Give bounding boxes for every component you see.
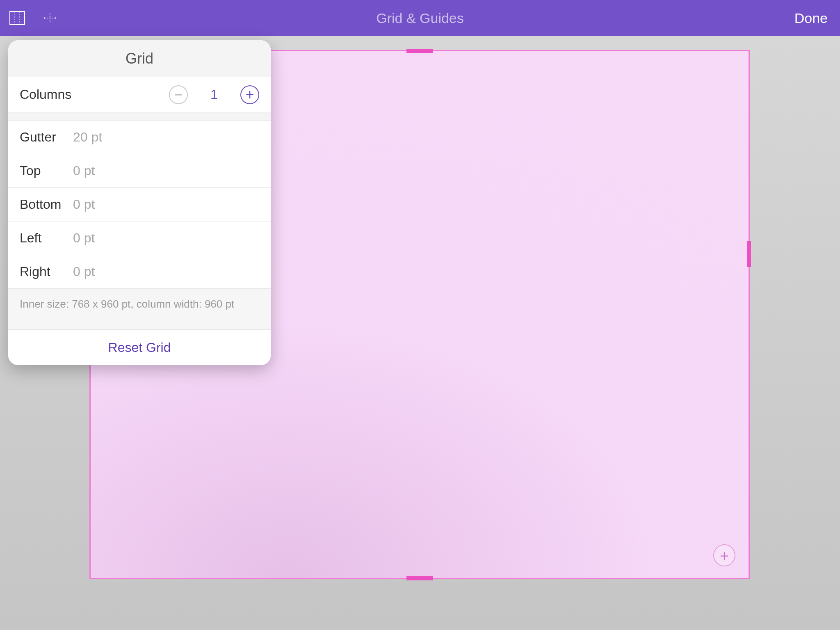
top-label: Top [20, 163, 73, 178]
columns-increment-button[interactable]: + [240, 85, 259, 104]
grid-tool-icon[interactable] [8, 9, 26, 27]
plus-icon: ＋ [717, 546, 732, 566]
toolbar-title: Grid & Guides [376, 10, 464, 26]
reset-grid-button[interactable]: Reset Grid [8, 330, 271, 365]
right-margin-handle[interactable] [747, 241, 751, 267]
top-row[interactable]: Top 0 pt [8, 154, 271, 188]
add-button[interactable]: ＋ [713, 544, 735, 566]
svg-rect-0 [10, 11, 25, 25]
right-label: Right [20, 264, 73, 279]
right-value: 0 pt [73, 264, 95, 279]
bottom-row[interactable]: Bottom 0 pt [8, 188, 271, 221]
left-row[interactable]: Left 0 pt [8, 221, 271, 255]
top-value: 0 pt [73, 163, 95, 178]
toolbar-left [8, 9, 59, 27]
done-button[interactable]: Done [794, 10, 828, 26]
minus-icon: − [174, 87, 183, 102]
plus-icon: + [245, 87, 254, 102]
top-margin-handle[interactable] [406, 49, 433, 53]
columns-value: 1 [209, 87, 219, 102]
grid-info-text: Inner size: 768 x 960 pt, column width: … [8, 289, 271, 330]
columns-row: Columns − 1 + [8, 77, 271, 112]
grid-popover: Grid Columns − 1 + Gutter 20 pt Top 0 pt… [8, 40, 271, 365]
gutter-label: Gutter [20, 130, 73, 145]
guides-tool-icon[interactable] [41, 9, 59, 27]
toolbar: Grid & Guides Done [0, 0, 840, 36]
columns-stepper: − 1 + [169, 85, 259, 104]
gutter-row[interactable]: Gutter 20 pt [8, 121, 271, 154]
section-divider [8, 112, 271, 121]
left-label: Left [20, 231, 73, 246]
right-row[interactable]: Right 0 pt [8, 255, 271, 289]
left-value: 0 pt [73, 231, 95, 246]
columns-label: Columns [20, 87, 169, 102]
bottom-label: Bottom [20, 197, 73, 212]
columns-decrement-button[interactable]: − [169, 85, 188, 104]
bottom-value: 0 pt [73, 197, 95, 212]
bottom-margin-handle[interactable] [406, 576, 433, 580]
popover-title: Grid [8, 40, 271, 77]
gutter-value: 20 pt [73, 130, 102, 145]
